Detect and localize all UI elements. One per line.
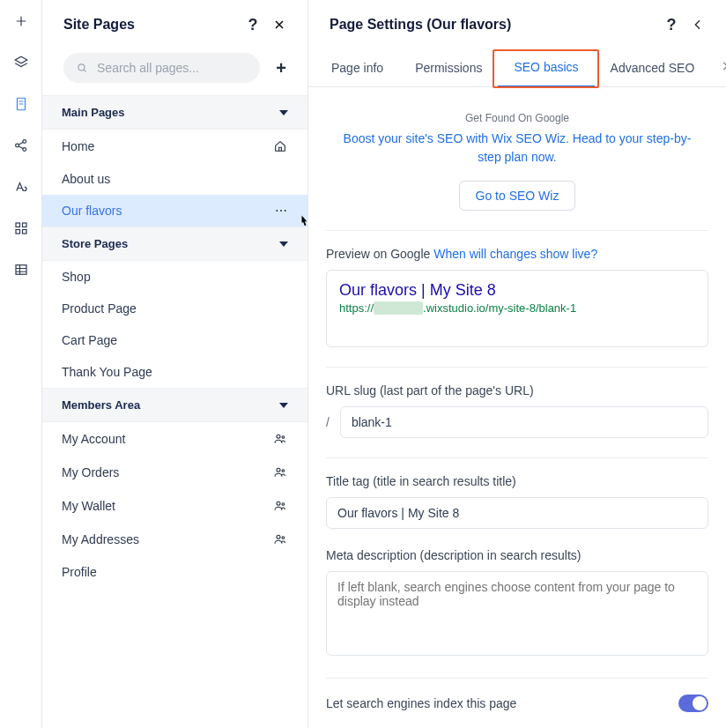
settings-title: Page Settings (Our flavors) (330, 17, 656, 33)
members-icon (272, 531, 288, 547)
add-icon[interactable] (7, 7, 35, 35)
svg-point-12 (277, 468, 280, 472)
chevron-down-icon (279, 403, 288, 408)
page-item-label: Product Page (62, 301, 288, 316)
page-item-label: Thank You Page (62, 365, 288, 379)
left-rail (0, 0, 42, 728)
page-item-my-account[interactable]: My Account (42, 422, 307, 456)
title-tag-label: Title tag (title in search results title… (326, 474, 708, 488)
page-item-cart[interactable]: Cart Page (42, 324, 307, 356)
svg-rect-8 (16, 265, 26, 275)
more-dots-icon[interactable]: ⋯ (275, 204, 288, 218)
index-toggle[interactable] (678, 695, 708, 712)
page-settings-panel: Page Settings (Our flavors) ? Page info … (308, 0, 726, 728)
svg-rect-7 (22, 230, 26, 234)
svg-rect-4 (16, 223, 20, 227)
page-item-my-wallet[interactable]: My Wallet (42, 489, 307, 523)
page-item-label: My Addresses (62, 532, 272, 546)
url-slug-label: URL slug (last part of the page's URL) (326, 383, 708, 397)
svg-point-11 (282, 436, 285, 439)
add-page-button[interactable]: + (272, 59, 290, 77)
page-item-our-flavors[interactable]: Our flavors ⋯ (42, 195, 307, 227)
title-tag-input[interactable] (326, 497, 708, 529)
section-label: Members Area (62, 398, 140, 412)
tab-advanced-seo[interactable]: Advanced SEO (595, 48, 711, 86)
preview-link[interactable]: When will changes show live? (433, 247, 597, 261)
members-icon (272, 498, 288, 514)
intro-text: Boost your site's SEO with Wix SEO Wiz. … (333, 130, 701, 167)
settings-tabs: Page info Permissions SEO basics Advance… (308, 48, 726, 87)
preview-label-row: Preview on Google When will changes show… (326, 247, 708, 261)
preview-url: https://xxxxxxxx.wixstudio.io/my-site-8/… (339, 301, 695, 315)
toggle-knob (693, 696, 707, 710)
page-item-label: My Wallet (62, 499, 272, 513)
page-item-label: Our flavors (62, 204, 275, 218)
chevron-down-icon (279, 110, 288, 115)
search-field[interactable] (97, 61, 248, 75)
page-item-label: Cart Page (62, 333, 288, 347)
page-item-shop[interactable]: Shop (42, 261, 307, 293)
page-item-label: Home (62, 139, 272, 153)
tab-permissions[interactable]: Permissions (399, 48, 498, 86)
section-label: Main Pages (62, 106, 125, 119)
svg-point-15 (282, 503, 285, 506)
page-item-my-orders[interactable]: My Orders (42, 456, 307, 489)
pages-title: Site Pages (63, 17, 237, 33)
page-icon[interactable] (7, 90, 35, 118)
meta-description-input[interactable] (326, 571, 708, 656)
chevron-down-icon (279, 241, 288, 247)
share-icon[interactable] (7, 131, 35, 160)
help-icon[interactable]: ? (242, 14, 263, 35)
section-store-pages[interactable]: Store Pages (42, 227, 307, 261)
svg-point-14 (277, 501, 280, 505)
section-members-area[interactable]: Members Area (42, 388, 307, 422)
index-toggle-label: Let search engines index this page (326, 696, 678, 710)
svg-point-17 (282, 537, 285, 539)
page-item-label: Shop (62, 270, 288, 284)
svg-point-13 (282, 470, 285, 472)
page-item-thank-you[interactable]: Thank You Page (42, 356, 307, 388)
text-style-icon[interactable] (7, 173, 35, 201)
slash-label: / (326, 415, 330, 429)
svg-point-10 (277, 435, 280, 438)
page-item-product[interactable]: Product Page (42, 293, 307, 324)
page-item-profile[interactable]: Profile (42, 556, 307, 588)
back-icon[interactable] (687, 14, 708, 35)
section-label: Store Pages (62, 237, 128, 250)
home-icon (272, 138, 288, 154)
tab-seo-basics[interactable]: SEO basics (498, 48, 594, 87)
page-item-label: Profile (62, 565, 288, 579)
help-icon[interactable]: ? (661, 14, 682, 35)
svg-point-16 (277, 535, 280, 539)
preview-title: Our flavors | My Site 8 (339, 281, 695, 300)
page-item-about[interactable]: About us (42, 163, 307, 195)
svg-point-9 (78, 64, 85, 71)
page-item-label: My Orders (62, 465, 272, 479)
page-item-my-addresses[interactable]: My Addresses (42, 523, 307, 556)
meta-description-label: Meta description (description in search … (326, 548, 708, 562)
seo-wiz-button[interactable]: Go to SEO Wiz (459, 181, 576, 211)
svg-rect-5 (22, 223, 26, 227)
layers-icon[interactable] (7, 48, 35, 77)
search-icon (76, 61, 88, 75)
tabs-scroll-right-icon[interactable] (710, 60, 726, 75)
page-item-label: About us (62, 172, 288, 186)
page-item-home[interactable]: Home (42, 130, 307, 163)
page-item-label: My Account (62, 432, 272, 446)
tab-page-info[interactable]: Page info (315, 48, 399, 86)
site-pages-panel: Site Pages ? + Main Pages Home About us … (42, 0, 308, 728)
close-icon[interactable] (269, 14, 290, 35)
section-main-pages[interactable]: Main Pages (42, 95, 307, 130)
members-icon (272, 431, 288, 447)
google-preview-box: Our flavors | My Site 8 https://xxxxxxxx… (326, 270, 708, 347)
search-input[interactable] (63, 53, 260, 83)
apps-grid-icon[interactable] (7, 214, 35, 242)
database-icon[interactable] (7, 256, 35, 284)
members-icon (272, 464, 288, 480)
intro-small: Get Found On Google (326, 112, 708, 124)
url-slug-input[interactable] (340, 406, 708, 438)
svg-rect-6 (16, 230, 20, 234)
preview-label: Preview on Google (326, 247, 430, 261)
